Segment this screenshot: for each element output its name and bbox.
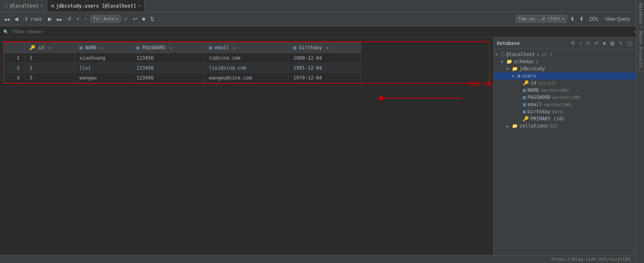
th-password[interactable]: ▦ PASSWORD ⇅ bbox=[131, 43, 204, 53]
filter-bar: × bbox=[0, 26, 644, 37]
sidebar-refresh-button[interactable]: ↻ bbox=[585, 40, 592, 46]
table-header-row: 🔑 id ⇅ ▦ NAME ⇅ ▦ PASSWORD ⇅ bbox=[4, 43, 361, 53]
sidebar-edit-btn[interactable]: ✎ bbox=[617, 40, 624, 46]
sidebar-stop-btn[interactable]: ■ bbox=[602, 40, 607, 46]
filter-input[interactable] bbox=[11, 29, 632, 35]
cell-birthday-1[interactable]: 1980-12-04 bbox=[288, 53, 361, 63]
cell-password-2[interactable]: 123456 bbox=[131, 63, 204, 73]
tree-field-email[interactable]: ▦ email varchar(60) bbox=[494, 101, 644, 108]
tab-bar: ⬡ @localhost × ▦ jdbcstudy.users [@local… bbox=[0, 0, 644, 12]
cell-email-2[interactable]: lisi@sina.com bbox=[204, 63, 288, 73]
sidebar-table-view-btn[interactable]: ▦ bbox=[609, 40, 616, 46]
refresh-button[interactable] bbox=[65, 15, 73, 23]
download-button[interactable] bbox=[569, 15, 576, 23]
cell-email-1[interactable]: zs@sina.com bbox=[204, 53, 288, 63]
sidebar-add-button[interactable]: + bbox=[578, 40, 584, 46]
jdbcstudy-icon: 📁 bbox=[512, 66, 518, 72]
toolbar: 3 rows Tx: Auto Tab-se...d (TSV) DDL Vie… bbox=[0, 12, 644, 26]
th-email[interactable]: ▦ email ⇅ bbox=[204, 43, 288, 53]
move-icon bbox=[150, 16, 154, 22]
data-panel: 🔑 id ⇅ ▦ NAME ⇅ ▦ PASSWORD ⇅ bbox=[0, 37, 493, 263]
annotation-arrow bbox=[377, 95, 462, 101]
tree-primary-key[interactable]: 🔑 PRIMARY (id) bbox=[494, 115, 644, 122]
prev-page-button[interactable] bbox=[13, 15, 20, 23]
tab-jdbcstudy[interactable]: ▦ jdbcstudy.users [@localhost] × bbox=[47, 0, 145, 12]
col-icon-email: ▦ bbox=[209, 45, 212, 50]
last-page-button[interactable] bbox=[55, 15, 64, 23]
tree-connection[interactable]: ▼ ⬡ @localhost 1 of 7 bbox=[494, 51, 644, 58]
table-wrapper: 🔑 id ⇅ ▦ NAME ⇅ ▦ PASSWORD ⇅ bbox=[3, 41, 490, 84]
table-row[interactable]: 1 1 xiaohuang 123456 zs@sina.com 1980-12… bbox=[4, 53, 361, 63]
tab-localhost[interactable]: ⬡ @localhost × bbox=[0, 0, 47, 12]
arrow-head bbox=[377, 95, 383, 101]
tab-jdbcstudy-close[interactable]: × bbox=[138, 4, 140, 8]
table-row[interactable]: 2 2 lisi 123456 lisi@sina.com 1981-12-04 bbox=[4, 63, 361, 73]
cell-name-1[interactable]: xiaohuang bbox=[75, 53, 132, 63]
tab-localhost-close[interactable]: × bbox=[40, 4, 43, 8]
th-birthday[interactable]: ▦ birthday ⇅ bbox=[288, 43, 361, 53]
tree-field-password[interactable]: ▦ PASSWORD varchar(40) bbox=[494, 94, 644, 101]
tree-connection-count: 1 of 7 bbox=[536, 52, 552, 57]
th-password-label: PASSWORD bbox=[142, 45, 165, 50]
cell-birthday-3[interactable]: 1979-12-04 bbox=[288, 73, 361, 83]
table-row[interactable]: 3 3 wangwu 123456 wangwu@sina.com 1979-1… bbox=[4, 73, 361, 83]
next-page-button[interactable] bbox=[46, 15, 54, 23]
tree-connection-label: @localhost bbox=[506, 52, 535, 57]
first-page-button[interactable] bbox=[2, 15, 11, 23]
rownum-3: 3 bbox=[4, 73, 25, 83]
commit-button[interactable] bbox=[122, 15, 130, 23]
remove-row-button[interactable] bbox=[83, 15, 89, 23]
tab-separated-dropdown[interactable]: Tab-se...d (TSV) bbox=[516, 15, 567, 23]
ddl-button[interactable]: DDL bbox=[587, 15, 601, 23]
th-id[interactable]: 🔑 id ⇅ bbox=[25, 43, 75, 53]
cell-email-3[interactable]: wangwu@sina.com bbox=[204, 73, 288, 83]
cell-name-3[interactable]: wangwu bbox=[75, 73, 132, 83]
key-col-icon: 🔑 bbox=[29, 45, 35, 50]
cell-id-3[interactable]: 3 bbox=[25, 73, 75, 83]
upload-button[interactable] bbox=[578, 15, 585, 23]
tx-label: Tx: Auto bbox=[93, 16, 114, 21]
prev-icon bbox=[14, 16, 18, 22]
tree-field-id-label: id bbox=[531, 80, 536, 86]
th-birthday-label: birthday bbox=[299, 45, 322, 50]
edge-tab-maven[interactable]: Maven Projects bbox=[636, 28, 644, 72]
upload-icon bbox=[579, 16, 584, 22]
undo-button[interactable] bbox=[131, 15, 139, 23]
cell-id-1[interactable]: 1 bbox=[25, 53, 75, 63]
move-button[interactable] bbox=[148, 15, 156, 23]
col-icon-email-tree: ▦ bbox=[523, 102, 526, 107]
edge-tab-database[interactable]: Database bbox=[636, 0, 644, 28]
table-tab-icon: ▦ bbox=[51, 3, 54, 8]
tree-users[interactable]: ▼ ▦ users bbox=[494, 72, 644, 79]
sidebar-settings-button[interactable]: ⚙ bbox=[569, 40, 577, 46]
add-row-button[interactable] bbox=[75, 15, 81, 23]
chevron-jdbcstudy: ▼ bbox=[506, 67, 512, 71]
tree-field-birthday[interactable]: ▦ birthday date bbox=[494, 108, 644, 115]
cell-password-1[interactable]: 123456 bbox=[131, 53, 204, 63]
cell-name-2[interactable]: lisi bbox=[75, 63, 132, 73]
last-icon bbox=[57, 16, 62, 22]
tree-schemas-count: 1 bbox=[536, 59, 538, 64]
tx-dropdown-icon bbox=[115, 16, 118, 21]
sidebar-query-btn[interactable]: ◫ bbox=[626, 40, 633, 46]
cell-id-2[interactable]: 2 bbox=[25, 63, 75, 73]
sort-icon-id: ⇅ bbox=[48, 46, 51, 50]
tree-collations[interactable]: ▶ 📁 collations 222 bbox=[494, 122, 644, 130]
tree-field-name[interactable]: ▦ NAME varchar(40) bbox=[494, 87, 644, 94]
tree-field-name-type: varchar(40) bbox=[540, 88, 569, 93]
col-icon-password: ▦ bbox=[136, 45, 139, 50]
sort-icon-birthday: ⇅ bbox=[327, 46, 329, 50]
stop-button[interactable] bbox=[140, 15, 147, 23]
cell-birthday-2[interactable]: 1981-12-04 bbox=[288, 63, 361, 73]
schemas-folder-icon: 📁 bbox=[506, 59, 512, 64]
cell-password-3[interactable]: 123456 bbox=[131, 73, 204, 83]
sort-icon-email: ⇅ bbox=[233, 46, 236, 50]
th-name[interactable]: ▦ NAME ⇅ bbox=[75, 43, 132, 53]
tree-field-id[interactable]: 🔑 id int(11) bbox=[494, 79, 644, 87]
th-email-label: email bbox=[215, 45, 229, 50]
tree-jdbcstudy[interactable]: ▼ 📁 jdbcstudy bbox=[494, 65, 644, 72]
tree-schemas[interactable]: ▼ 📁 schemas 1 bbox=[494, 58, 644, 65]
tx-dropdown[interactable]: Tx: Auto bbox=[90, 15, 121, 23]
sidebar-sync-button[interactable]: ⇄ bbox=[593, 40, 600, 46]
view-query-button[interactable]: View Query bbox=[603, 15, 632, 23]
